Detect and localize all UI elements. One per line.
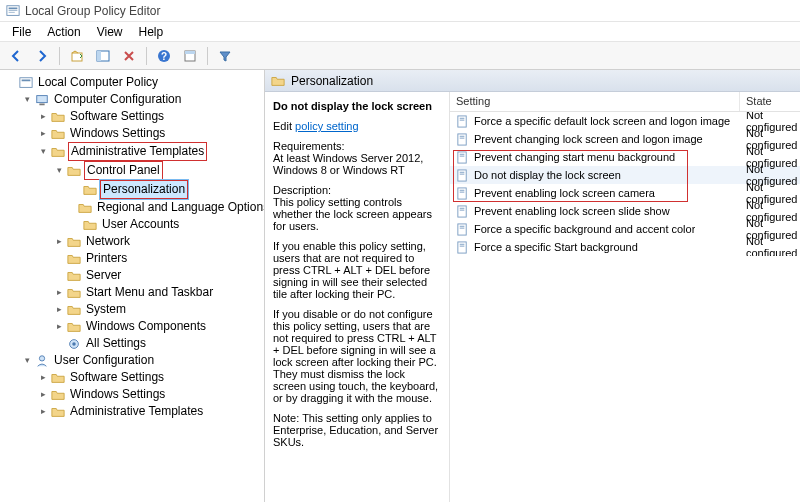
forward-button[interactable] xyxy=(30,45,54,67)
description-text-2: If you enable this policy setting, users… xyxy=(273,240,441,300)
policy-icon xyxy=(456,205,469,218)
menu-view[interactable]: View xyxy=(89,23,131,41)
tree-regional[interactable]: ▸Regional and Language Options xyxy=(68,199,262,216)
policy-rows: Force a specific default lock screen and… xyxy=(450,112,800,256)
folder-icon xyxy=(78,201,92,215)
twisty-icon[interactable]: ▸ xyxy=(38,407,48,417)
computer-icon xyxy=(35,93,49,107)
tree-all-settings[interactable]: ▸All Settings xyxy=(52,335,262,352)
svg-rect-38 xyxy=(460,227,465,228)
tree-software-settings[interactable]: ▸Software Settings xyxy=(36,108,262,125)
tree-label: Personalization xyxy=(100,180,188,199)
tree-network[interactable]: ▸Network xyxy=(52,233,262,250)
tree-u-admin[interactable]: ▸Administrative Templates xyxy=(36,403,262,420)
tree-u-windows[interactable]: ▸Windows Settings xyxy=(36,386,262,403)
navigation-tree[interactable]: ▸ Local Computer Policy ▾ Computer Confi… xyxy=(0,70,265,502)
menu-action[interactable]: Action xyxy=(39,23,88,41)
tree-computer-configuration[interactable]: ▾ Computer Configuration xyxy=(20,91,262,108)
tree-user-configuration[interactable]: ▾User Configuration xyxy=(20,352,262,369)
up-button[interactable] xyxy=(65,45,89,67)
twisty-icon[interactable]: ▾ xyxy=(22,356,32,366)
tree-label: Computer Configuration xyxy=(52,91,183,108)
tree-label: User Configuration xyxy=(52,352,156,369)
edit-prefix: Edit xyxy=(273,120,295,132)
detail-header: Personalization xyxy=(265,70,800,92)
svg-rect-39 xyxy=(458,241,466,252)
svg-rect-20 xyxy=(460,119,465,120)
properties-button[interactable] xyxy=(178,45,202,67)
tree-label: Network xyxy=(84,233,132,250)
policy-icon xyxy=(456,241,469,254)
twisty-icon[interactable]: ▸ xyxy=(54,288,64,298)
menu-help[interactable]: Help xyxy=(131,23,172,41)
twisty-icon[interactable]: ▸ xyxy=(54,237,64,247)
detail-area: Personalization Do not display the lock … xyxy=(265,70,800,502)
tree-system[interactable]: ▸System xyxy=(52,301,262,318)
description-text-4: Note: This setting only applies to Enter… xyxy=(273,412,441,448)
folder-icon xyxy=(67,320,81,334)
column-setting[interactable]: Setting xyxy=(450,92,740,111)
back-button[interactable] xyxy=(4,45,28,67)
folder-icon xyxy=(67,303,81,317)
folder-icon xyxy=(83,218,97,232)
twisty-icon[interactable]: ▸ xyxy=(38,390,48,400)
menu-file[interactable]: File xyxy=(4,23,39,41)
column-state[interactable]: State xyxy=(740,92,800,111)
menubar: File Action View Help xyxy=(0,22,800,42)
policy-description-panel: Do not display the lock screen Edit poli… xyxy=(265,92,450,502)
tree-label: Software Settings xyxy=(68,108,166,125)
policy-name: Prevent changing lock screen and logon i… xyxy=(474,133,703,145)
twisty-icon[interactable]: ▾ xyxy=(38,147,48,157)
twisty-icon[interactable]: ▸ xyxy=(38,112,48,122)
tree-control-panel[interactable]: ▾Control Panel xyxy=(52,161,262,180)
edit-policy-link[interactable]: policy setting xyxy=(295,120,359,132)
svg-rect-24 xyxy=(458,151,466,162)
description-text-3: If you disable or do not configure this … xyxy=(273,308,441,404)
policy-name: Force a specific Start background xyxy=(474,241,638,253)
svg-rect-3 xyxy=(9,11,15,12)
window-title: Local Group Policy Editor xyxy=(25,4,160,18)
delete-button[interactable] xyxy=(117,45,141,67)
twisty-icon[interactable]: ▸ xyxy=(54,305,64,315)
help-button[interactable]: ? xyxy=(152,45,176,67)
folder-icon xyxy=(67,164,81,178)
twisty-icon[interactable]: ▾ xyxy=(22,95,32,105)
svg-rect-35 xyxy=(460,209,465,210)
tree-personalization[interactable]: ▸Personalization xyxy=(68,180,262,199)
filter-button[interactable] xyxy=(213,45,237,67)
tree-windows-components[interactable]: ▸Windows Components xyxy=(52,318,262,335)
toolbar-separator-2 xyxy=(146,47,147,65)
svg-rect-41 xyxy=(460,245,465,246)
tree-label: Printers xyxy=(84,250,129,267)
tree-admin-templates[interactable]: ▾Administrative Templates xyxy=(36,142,262,161)
workspace: ▸ Local Computer Policy ▾ Computer Confi… xyxy=(0,70,800,502)
tree-label: Start Menu and Taskbar xyxy=(84,284,215,301)
svg-rect-12 xyxy=(22,79,31,81)
policy-row[interactable]: Force a specific Start backgroundNot con… xyxy=(450,238,800,256)
requirements-label: Requirements: xyxy=(273,140,345,152)
twisty-icon[interactable]: ▸ xyxy=(54,322,64,332)
svg-text:?: ? xyxy=(161,51,167,62)
policy-root-icon xyxy=(19,76,33,90)
app-icon xyxy=(6,4,20,18)
tree-label: Windows Components xyxy=(84,318,208,335)
tree-printers[interactable]: ▸Printers xyxy=(52,250,262,267)
tree-server[interactable]: ▸Server xyxy=(52,267,262,284)
tree-label: Windows Settings xyxy=(68,386,167,403)
tree-start-menu[interactable]: ▸Start Menu and Taskbar xyxy=(52,284,262,301)
tree-label: Control Panel xyxy=(84,161,163,180)
tree-u-software[interactable]: ▸Software Settings xyxy=(36,369,262,386)
svg-rect-36 xyxy=(458,223,466,234)
policy-name: Force a specific default lock screen and… xyxy=(474,115,730,127)
twisty-icon[interactable]: ▸ xyxy=(38,373,48,383)
policy-icon xyxy=(456,115,469,128)
toolbar-separator-3 xyxy=(207,47,208,65)
folder-icon xyxy=(83,183,97,197)
twisty-icon[interactable]: ▾ xyxy=(54,166,64,176)
show-hide-tree-button[interactable] xyxy=(91,45,115,67)
tree-user-accounts[interactable]: ▸User Accounts xyxy=(68,216,262,233)
tree-root[interactable]: ▸ Local Computer Policy xyxy=(4,74,262,91)
policy-name: Prevent enabling lock screen slide show xyxy=(474,205,670,217)
tree-windows-settings[interactable]: ▸Windows Settings xyxy=(36,125,262,142)
twisty-icon[interactable]: ▸ xyxy=(38,129,48,139)
